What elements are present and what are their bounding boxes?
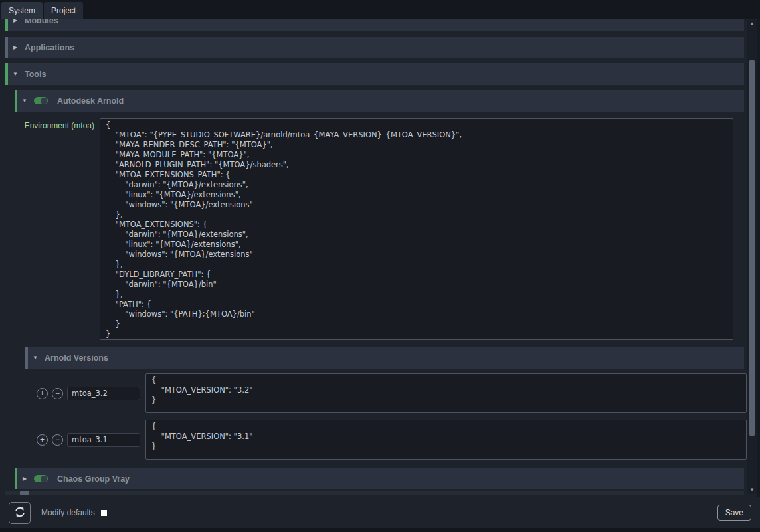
scroll-content: ▶ Modules ▶ Applications ▼ Tools ▼ Autod… bbox=[0, 19, 747, 490]
chevron-right-icon[interactable]: ▶ bbox=[11, 44, 19, 50]
section-header-autodesk-arnold[interactable]: ▼ Autodesk Arnold bbox=[15, 90, 744, 112]
section-title: Applications bbox=[25, 43, 74, 52]
remove-version-button[interactable]: − bbox=[52, 434, 63, 446]
tab-project[interactable]: Project bbox=[44, 2, 83, 19]
version-row: + − { "MTOA_VERSION": "3.1" } bbox=[32, 420, 747, 460]
horizontal-scrollbar-thumb[interactable] bbox=[20, 491, 29, 495]
modify-defaults-checkbox[interactable] bbox=[101, 510, 107, 516]
enabled-toggle-icon[interactable] bbox=[34, 475, 48, 482]
scroll-down-icon[interactable]: ▼ bbox=[747, 486, 757, 494]
section-header-chaos-group-vray[interactable]: ▶ Chaos Group Vray bbox=[15, 468, 744, 489]
vertical-scrollbar[interactable]: ▲ ▼ bbox=[747, 20, 757, 494]
settings-window: System Project ▶ Modules ▶ Applications … bbox=[0, 0, 760, 532]
version-json-textarea[interactable]: { "MTOA_VERSION": "3.1" } bbox=[145, 420, 747, 460]
refresh-icon bbox=[14, 506, 26, 520]
tab-bar: System Project bbox=[0, 0, 760, 19]
environment-json-textarea[interactable]: { "MTOA": "{PYPE_STUDIO_SOFTWARE}/arnold… bbox=[100, 118, 733, 340]
chevron-down-icon[interactable]: ▼ bbox=[31, 355, 39, 361]
section-header-modules[interactable]: ▶ Modules bbox=[5, 19, 744, 31]
add-version-button[interactable]: + bbox=[37, 434, 48, 446]
section-title: Autodesk Arnold bbox=[57, 96, 124, 106]
horizontal-scrollbar[interactable] bbox=[5, 491, 744, 495]
version-key-input[interactable] bbox=[67, 387, 140, 400]
settings-scroll-area: ▶ Modules ▶ Applications ▼ Tools ▼ Autod… bbox=[0, 19, 760, 497]
section-header-applications[interactable]: ▶ Applications bbox=[5, 37, 744, 58]
refresh-button[interactable] bbox=[9, 502, 31, 524]
version-row: + − { "MTOA_VERSION": "3.2" } bbox=[32, 373, 747, 413]
chevron-right-icon[interactable]: ▶ bbox=[21, 476, 29, 482]
save-button[interactable]: Save bbox=[717, 505, 751, 521]
window-bottom-edge bbox=[0, 528, 760, 532]
section-header-arnold-versions[interactable]: ▼ Arnold Versions bbox=[25, 347, 744, 369]
add-version-button[interactable]: + bbox=[37, 388, 48, 399]
section-title: Modules bbox=[25, 19, 58, 25]
modify-defaults-label: Modify defaults bbox=[41, 508, 95, 517]
section-title: Chaos Group Vray bbox=[57, 474, 130, 484]
section-header-tools[interactable]: ▼ Tools bbox=[5, 63, 744, 85]
section-title: Arnold Versions bbox=[45, 353, 108, 363]
window-edge bbox=[757, 19, 760, 497]
version-key-input[interactable] bbox=[67, 433, 140, 447]
scroll-up-icon[interactable]: ▲ bbox=[747, 20, 757, 28]
footer-toolbar: Modify defaults Save bbox=[0, 497, 760, 528]
chevron-down-icon[interactable]: ▼ bbox=[11, 71, 19, 77]
chevron-down-icon[interactable]: ▼ bbox=[21, 98, 29, 104]
enabled-toggle-icon[interactable] bbox=[34, 97, 48, 104]
environment-label: Environment (mtoa) bbox=[5, 118, 94, 340]
environment-row: Environment (mtoa) { "MTOA": "{PYPE_STUD… bbox=[5, 118, 747, 340]
version-json-textarea[interactable]: { "MTOA_VERSION": "3.2" } bbox=[145, 373, 747, 413]
chevron-right-icon[interactable]: ▶ bbox=[11, 19, 19, 23]
tab-system[interactable]: System bbox=[1, 2, 43, 19]
section-title: Tools bbox=[25, 70, 46, 79]
vertical-scrollbar-thumb[interactable] bbox=[749, 60, 755, 436]
remove-version-button[interactable]: − bbox=[52, 388, 63, 399]
